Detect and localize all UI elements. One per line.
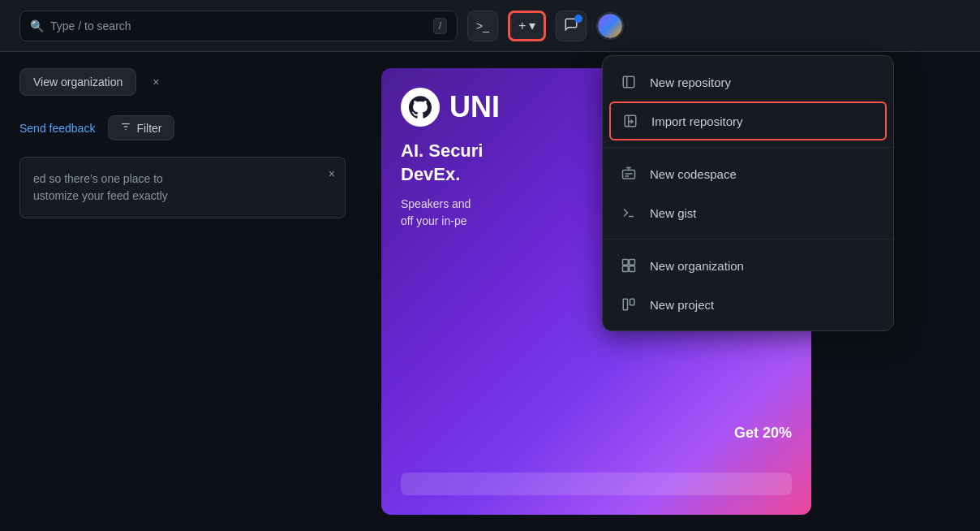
chevron-down-icon: ▾: [529, 18, 535, 33]
import-repo-label: Import repository: [651, 114, 743, 128]
dropdown-divider-2: [603, 239, 893, 240]
svg-rect-15: [630, 260, 635, 266]
view-org-close-button[interactable]: ×: [153, 76, 159, 88]
search-icon: 🔍: [30, 19, 44, 32]
gist-icon: [619, 203, 638, 222]
notification-dot: [574, 15, 582, 23]
new-org-label: New organization: [650, 259, 744, 273]
dropdown-item-new-org[interactable]: New organization: [603, 246, 893, 285]
left-panel: View organization × Send feedback Filter…: [0, 52, 365, 531]
github-logo: [401, 88, 440, 127]
promo-title: UNI: [449, 90, 500, 124]
new-repo-label: New repository: [650, 76, 731, 89]
dropdown-item-import-repo[interactable]: Import repository: [609, 101, 887, 140]
navbar: 🔍 Type / to search / >_ + ▾: [0, 0, 980, 52]
svg-rect-14: [623, 260, 629, 266]
new-codespace-label: New codespace: [650, 167, 737, 181]
inbox-button[interactable]: [556, 11, 587, 41]
promo-discount-text: Get 20%: [734, 425, 792, 442]
feed-card-close-button[interactable]: ×: [329, 167, 335, 180]
view-org-label: View organization: [33, 76, 122, 88]
project-icon: [619, 295, 638, 314]
search-shortcut: /: [433, 18, 447, 34]
create-dropdown-menu: New repository Import repository New co: [602, 55, 894, 331]
new-gist-label: New gist: [650, 206, 697, 220]
search-placeholder-text: Type / to search: [50, 19, 131, 32]
dropdown-item-new-project[interactable]: New project: [603, 285, 893, 324]
org-icon: [619, 256, 638, 275]
svg-rect-17: [630, 266, 635, 272]
slash-key: /: [439, 20, 441, 32]
codespace-icon: [619, 164, 638, 183]
dropdown-item-new-repo[interactable]: New repository: [603, 63, 893, 101]
dropdown-item-new-gist[interactable]: New gist: [603, 193, 893, 232]
promo-cta-button[interactable]: [401, 473, 792, 495]
svg-rect-16: [623, 266, 629, 272]
send-feedback-link[interactable]: Send feedback: [19, 122, 95, 135]
filter-label: Filter: [136, 122, 161, 135]
view-organization-button[interactable]: View organization: [19, 68, 136, 96]
feed-card: × ed so there's one place to ustomize yo…: [19, 157, 346, 218]
repo-icon: [619, 72, 638, 92]
import-icon: [621, 111, 640, 131]
create-dropdown-button[interactable]: + ▾: [508, 11, 546, 41]
terminal-icon: >_: [476, 19, 489, 32]
dropdown-divider-1: [603, 147, 893, 148]
avatar-image: [598, 14, 622, 38]
dropdown-item-new-codespace[interactable]: New codespace: [603, 154, 893, 193]
plus-icon: +: [518, 19, 526, 33]
feed-card-text: ed so there's one place to ustomize your…: [33, 171, 332, 205]
feed-card-line2: ustomize your feed exactly: [33, 188, 332, 205]
filter-icon: [120, 121, 131, 135]
svg-rect-19: [630, 299, 634, 305]
terminal-button[interactable]: >_: [467, 11, 498, 41]
new-project-label: New project: [650, 298, 714, 312]
avatar-button[interactable]: [596, 12, 624, 40]
svg-rect-18: [623, 299, 627, 310]
search-bar[interactable]: 🔍 Type / to search /: [19, 11, 458, 41]
filter-button[interactable]: Filter: [108, 115, 174, 140]
feed-controls: Send feedback Filter: [19, 115, 346, 140]
feed-card-line1: ed so there's one place to: [33, 171, 332, 188]
svg-rect-3: [623, 76, 634, 88]
